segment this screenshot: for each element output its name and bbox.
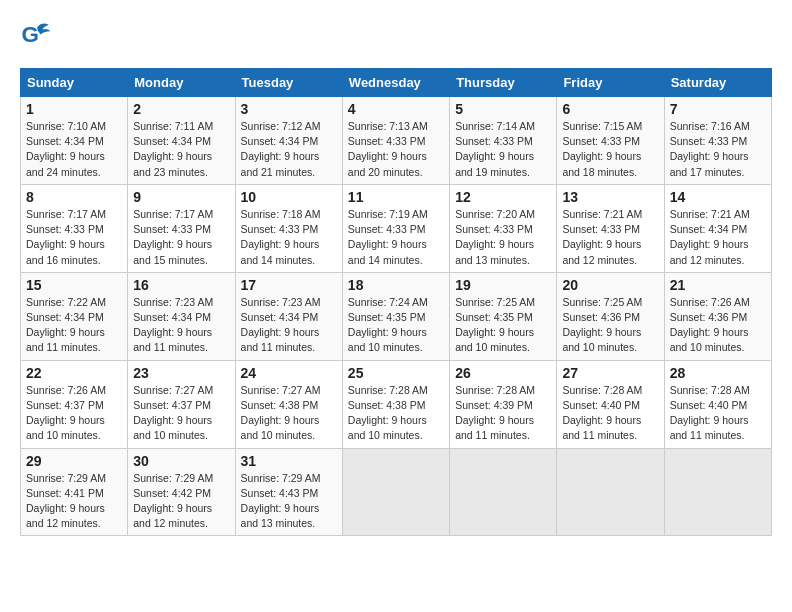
day-cell-13: 13Sunrise: 7:21 AM Sunset: 4:33 PM Dayli… [557, 184, 664, 272]
day-number: 28 [670, 365, 766, 381]
day-number: 1 [26, 101, 122, 117]
day-cell-28: 28Sunrise: 7:28 AM Sunset: 4:40 PM Dayli… [664, 360, 771, 448]
page-header: G [20, 20, 772, 52]
day-info: Sunrise: 7:18 AM Sunset: 4:33 PM Dayligh… [241, 207, 337, 268]
day-number: 15 [26, 277, 122, 293]
day-cell-3: 3Sunrise: 7:12 AM Sunset: 4:34 PM Daylig… [235, 97, 342, 185]
day-info: Sunrise: 7:20 AM Sunset: 4:33 PM Dayligh… [455, 207, 551, 268]
week-row-4: 22Sunrise: 7:26 AM Sunset: 4:37 PM Dayli… [21, 360, 772, 448]
day-number: 26 [455, 365, 551, 381]
day-cell-14: 14Sunrise: 7:21 AM Sunset: 4:34 PM Dayli… [664, 184, 771, 272]
header-tuesday: Tuesday [235, 69, 342, 97]
day-info: Sunrise: 7:13 AM Sunset: 4:33 PM Dayligh… [348, 119, 444, 180]
day-info: Sunrise: 7:15 AM Sunset: 4:33 PM Dayligh… [562, 119, 658, 180]
day-number: 17 [241, 277, 337, 293]
day-number: 30 [133, 453, 229, 469]
day-cell-29: 29Sunrise: 7:29 AM Sunset: 4:41 PM Dayli… [21, 448, 128, 536]
day-number: 19 [455, 277, 551, 293]
day-cell-4: 4Sunrise: 7:13 AM Sunset: 4:33 PM Daylig… [342, 97, 449, 185]
day-number: 8 [26, 189, 122, 205]
day-cell-24: 24Sunrise: 7:27 AM Sunset: 4:38 PM Dayli… [235, 360, 342, 448]
day-cell-2: 2Sunrise: 7:11 AM Sunset: 4:34 PM Daylig… [128, 97, 235, 185]
day-info: Sunrise: 7:24 AM Sunset: 4:35 PM Dayligh… [348, 295, 444, 356]
day-info: Sunrise: 7:28 AM Sunset: 4:39 PM Dayligh… [455, 383, 551, 444]
day-info: Sunrise: 7:14 AM Sunset: 4:33 PM Dayligh… [455, 119, 551, 180]
day-number: 6 [562, 101, 658, 117]
day-number: 3 [241, 101, 337, 117]
day-number: 2 [133, 101, 229, 117]
day-info: Sunrise: 7:25 AM Sunset: 4:36 PM Dayligh… [562, 295, 658, 356]
empty-cell [664, 448, 771, 536]
logo: G [20, 20, 56, 52]
logo-icon: G [20, 20, 52, 52]
day-number: 13 [562, 189, 658, 205]
day-cell-15: 15Sunrise: 7:22 AM Sunset: 4:34 PM Dayli… [21, 272, 128, 360]
day-number: 16 [133, 277, 229, 293]
day-cell-1: 1Sunrise: 7:10 AM Sunset: 4:34 PM Daylig… [21, 97, 128, 185]
header-sunday: Sunday [21, 69, 128, 97]
day-number: 27 [562, 365, 658, 381]
day-info: Sunrise: 7:23 AM Sunset: 4:34 PM Dayligh… [241, 295, 337, 356]
day-info: Sunrise: 7:25 AM Sunset: 4:35 PM Dayligh… [455, 295, 551, 356]
header-thursday: Thursday [450, 69, 557, 97]
day-info: Sunrise: 7:17 AM Sunset: 4:33 PM Dayligh… [26, 207, 122, 268]
week-row-3: 15Sunrise: 7:22 AM Sunset: 4:34 PM Dayli… [21, 272, 772, 360]
day-cell-8: 8Sunrise: 7:17 AM Sunset: 4:33 PM Daylig… [21, 184, 128, 272]
day-number: 7 [670, 101, 766, 117]
day-number: 29 [26, 453, 122, 469]
calendar-table: SundayMondayTuesdayWednesdayThursdayFrid… [20, 68, 772, 536]
week-row-5: 29Sunrise: 7:29 AM Sunset: 4:41 PM Dayli… [21, 448, 772, 536]
day-number: 23 [133, 365, 229, 381]
day-info: Sunrise: 7:29 AM Sunset: 4:41 PM Dayligh… [26, 471, 122, 532]
day-number: 4 [348, 101, 444, 117]
day-info: Sunrise: 7:21 AM Sunset: 4:34 PM Dayligh… [670, 207, 766, 268]
week-row-1: 1Sunrise: 7:10 AM Sunset: 4:34 PM Daylig… [21, 97, 772, 185]
day-cell-21: 21Sunrise: 7:26 AM Sunset: 4:36 PM Dayli… [664, 272, 771, 360]
day-number: 11 [348, 189, 444, 205]
day-info: Sunrise: 7:26 AM Sunset: 4:37 PM Dayligh… [26, 383, 122, 444]
day-info: Sunrise: 7:23 AM Sunset: 4:34 PM Dayligh… [133, 295, 229, 356]
day-cell-7: 7Sunrise: 7:16 AM Sunset: 4:33 PM Daylig… [664, 97, 771, 185]
day-info: Sunrise: 7:28 AM Sunset: 4:38 PM Dayligh… [348, 383, 444, 444]
day-info: Sunrise: 7:29 AM Sunset: 4:42 PM Dayligh… [133, 471, 229, 532]
empty-cell [342, 448, 449, 536]
day-info: Sunrise: 7:17 AM Sunset: 4:33 PM Dayligh… [133, 207, 229, 268]
day-cell-10: 10Sunrise: 7:18 AM Sunset: 4:33 PM Dayli… [235, 184, 342, 272]
day-cell-5: 5Sunrise: 7:14 AM Sunset: 4:33 PM Daylig… [450, 97, 557, 185]
day-cell-22: 22Sunrise: 7:26 AM Sunset: 4:37 PM Dayli… [21, 360, 128, 448]
empty-cell [557, 448, 664, 536]
day-number: 31 [241, 453, 337, 469]
day-info: Sunrise: 7:26 AM Sunset: 4:36 PM Dayligh… [670, 295, 766, 356]
day-cell-20: 20Sunrise: 7:25 AM Sunset: 4:36 PM Dayli… [557, 272, 664, 360]
day-cell-27: 27Sunrise: 7:28 AM Sunset: 4:40 PM Dayli… [557, 360, 664, 448]
day-cell-19: 19Sunrise: 7:25 AM Sunset: 4:35 PM Dayli… [450, 272, 557, 360]
day-info: Sunrise: 7:21 AM Sunset: 4:33 PM Dayligh… [562, 207, 658, 268]
day-cell-6: 6Sunrise: 7:15 AM Sunset: 4:33 PM Daylig… [557, 97, 664, 185]
day-cell-11: 11Sunrise: 7:19 AM Sunset: 4:33 PM Dayli… [342, 184, 449, 272]
day-cell-25: 25Sunrise: 7:28 AM Sunset: 4:38 PM Dayli… [342, 360, 449, 448]
day-info: Sunrise: 7:16 AM Sunset: 4:33 PM Dayligh… [670, 119, 766, 180]
day-number: 25 [348, 365, 444, 381]
day-info: Sunrise: 7:22 AM Sunset: 4:34 PM Dayligh… [26, 295, 122, 356]
day-info: Sunrise: 7:28 AM Sunset: 4:40 PM Dayligh… [670, 383, 766, 444]
header-row: SundayMondayTuesdayWednesdayThursdayFrid… [21, 69, 772, 97]
day-number: 21 [670, 277, 766, 293]
day-info: Sunrise: 7:27 AM Sunset: 4:37 PM Dayligh… [133, 383, 229, 444]
day-number: 18 [348, 277, 444, 293]
day-cell-9: 9Sunrise: 7:17 AM Sunset: 4:33 PM Daylig… [128, 184, 235, 272]
header-wednesday: Wednesday [342, 69, 449, 97]
day-info: Sunrise: 7:29 AM Sunset: 4:43 PM Dayligh… [241, 471, 337, 532]
day-info: Sunrise: 7:10 AM Sunset: 4:34 PM Dayligh… [26, 119, 122, 180]
day-number: 10 [241, 189, 337, 205]
day-number: 24 [241, 365, 337, 381]
day-info: Sunrise: 7:11 AM Sunset: 4:34 PM Dayligh… [133, 119, 229, 180]
header-monday: Monday [128, 69, 235, 97]
day-number: 12 [455, 189, 551, 205]
empty-cell [450, 448, 557, 536]
day-info: Sunrise: 7:27 AM Sunset: 4:38 PM Dayligh… [241, 383, 337, 444]
day-info: Sunrise: 7:19 AM Sunset: 4:33 PM Dayligh… [348, 207, 444, 268]
day-number: 14 [670, 189, 766, 205]
day-cell-23: 23Sunrise: 7:27 AM Sunset: 4:37 PM Dayli… [128, 360, 235, 448]
day-info: Sunrise: 7:12 AM Sunset: 4:34 PM Dayligh… [241, 119, 337, 180]
day-cell-18: 18Sunrise: 7:24 AM Sunset: 4:35 PM Dayli… [342, 272, 449, 360]
